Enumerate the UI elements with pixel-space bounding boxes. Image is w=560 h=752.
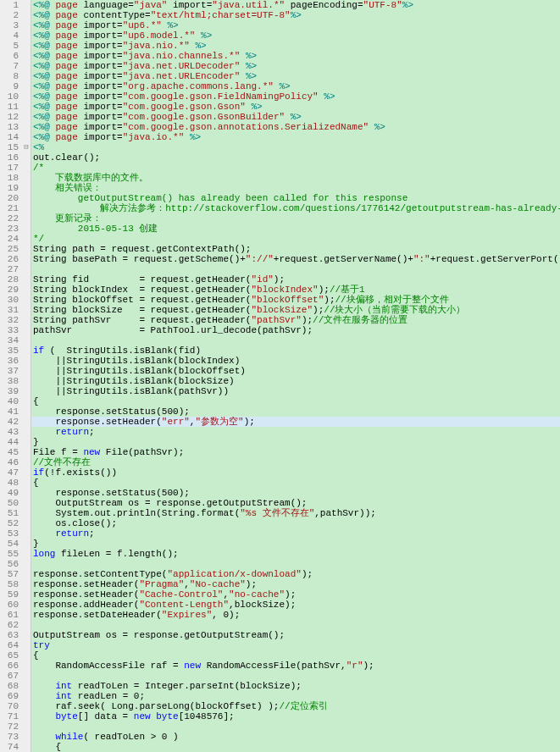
line-number: 49 xyxy=(0,488,19,498)
code-line[interactable]: int readToLen = Integer.parseInt(blockSi… xyxy=(31,681,560,691)
code-line[interactable]: byte[] data = new byte[1048576]; xyxy=(31,711,560,722)
code-line[interactable]: response.setDateHeader("Expires", 0); xyxy=(31,610,560,620)
code-area[interactable]: <%@ page language="java" import="java.ut… xyxy=(31,0,560,752)
code-line[interactable]: response.setStatus(500); xyxy=(31,406,560,417)
code-line[interactable]: String path = request.getContextPath(); xyxy=(31,244,560,254)
code-line[interactable]: int readLen = 0; xyxy=(31,691,560,701)
code-line[interactable]: */ xyxy=(31,234,560,244)
code-line[interactable]: { xyxy=(31,650,560,661)
fold-marker xyxy=(22,102,30,112)
line-number: 63 xyxy=(0,630,19,640)
code-line[interactable]: } xyxy=(31,437,560,447)
code-line[interactable]: <%@ page import="java.net.URLEncoder" %> xyxy=(31,71,560,81)
code-line[interactable]: <%@ page import="com.google.gson.Gson" %… xyxy=(31,102,560,112)
code-line[interactable]: String blockOffset = request.getHeader("… xyxy=(31,295,560,305)
code-line[interactable]: out.clear(); xyxy=(31,152,560,163)
line-number: 12 xyxy=(0,112,19,122)
code-line[interactable]: 更新记录： xyxy=(31,213,560,224)
code-line[interactable]: if ( StringUtils.isBlank(fid) xyxy=(31,346,560,356)
code-line[interactable]: 解决方法参考：http://stackoverflow.com/question… xyxy=(31,203,560,213)
line-number: 68 xyxy=(0,681,19,691)
code-line[interactable]: raf.seek( Long.parseLong(blockOffset) );… xyxy=(31,701,560,711)
code-line[interactable]: response.setHeader("Pragma","No-cache"); xyxy=(31,579,560,589)
code-line[interactable]: <%@ page language="java" import="java.ut… xyxy=(31,0,560,10)
code-line[interactable]: ||StringUtils.isBlank(blockIndex) xyxy=(31,356,560,366)
code-line[interactable]: String blockSize = request.getHeader("bl… xyxy=(31,305,560,315)
code-line[interactable]: File f = new File(pathSvr); xyxy=(31,447,560,457)
code-line[interactable]: 下载数据库中的文件。 xyxy=(31,173,560,183)
code-line[interactable]: try xyxy=(31,640,560,650)
code-line[interactable]: <%@ page import="java.io.*" %> xyxy=(31,132,560,142)
fold-marker xyxy=(22,722,30,732)
code-line[interactable] xyxy=(31,722,560,732)
code-line[interactable] xyxy=(31,335,560,346)
code-line[interactable] xyxy=(31,671,560,681)
fold-marker xyxy=(22,224,30,234)
fold-marker xyxy=(22,51,30,61)
code-line[interactable]: System.out.println(String.format("%s 文件不… xyxy=(31,508,560,518)
code-line[interactable]: return; xyxy=(31,528,560,539)
fold-marker xyxy=(22,589,30,600)
line-number: 36 xyxy=(0,356,19,366)
line-number-gutter: 1234567891011121314151617181920212223242… xyxy=(0,0,22,752)
code-line[interactable]: String basePath = request.getScheme()+":… xyxy=(31,254,560,264)
code-line[interactable]: os.close(); xyxy=(31,518,560,528)
code-line[interactable]: } xyxy=(31,539,560,549)
fold-marker xyxy=(22,244,30,254)
code-line[interactable]: /* xyxy=(31,163,560,173)
code-line[interactable]: OutputStream os = response.getOutputStre… xyxy=(31,630,560,640)
code-line[interactable]: OutputStream os = response.getOutputStre… xyxy=(31,498,560,508)
code-line[interactable]: ||StringUtils.isBlank(blockSize) xyxy=(31,376,560,386)
code-line[interactable]: <%@ page import="com.google.gson.annotat… xyxy=(31,122,560,132)
fold-marker xyxy=(22,610,30,620)
code-line[interactable] xyxy=(31,559,560,569)
code-line[interactable]: <%@ page import="org.apache.commons.lang… xyxy=(31,81,560,91)
code-line[interactable]: { xyxy=(31,396,560,406)
code-line[interactable] xyxy=(31,264,560,274)
code-line[interactable]: response.setHeader("err","参数为空"); xyxy=(31,417,560,427)
code-line[interactable]: <%@ page import="com.google.gson.FieldNa… xyxy=(31,91,560,102)
code-line[interactable]: 相关错误： xyxy=(31,183,560,193)
code-line[interactable]: response.addHeader("Content-Length",bloc… xyxy=(31,600,560,610)
code-line[interactable]: ||StringUtils.isBlank(pathSvr)) xyxy=(31,386,560,396)
line-number: 35 xyxy=(0,346,19,356)
code-line[interactable]: pathSvr = PathTool.url_decode(pathSvr); xyxy=(31,325,560,335)
code-line[interactable]: <%@ page import="java.nio.channels.*" %> xyxy=(31,51,560,61)
line-number: 32 xyxy=(0,315,19,325)
code-line[interactable]: RandomAccessFile raf = new RandomAccessF… xyxy=(31,661,560,671)
line-number: 11 xyxy=(0,102,19,112)
code-line[interactable]: String blockIndex = request.getHeader("b… xyxy=(31,285,560,295)
code-line[interactable]: { xyxy=(31,478,560,488)
code-line[interactable]: return; xyxy=(31,427,560,437)
code-line[interactable]: response.setHeader("Cache-Control","no-c… xyxy=(31,589,560,600)
code-line[interactable]: response.setContentType("application/x-d… xyxy=(31,569,560,579)
code-line[interactable]: getOutputStream() has already been calle… xyxy=(31,193,560,203)
code-line[interactable]: response.setStatus(500); xyxy=(31,488,560,498)
line-number: 65 xyxy=(0,650,19,661)
code-line[interactable]: String fid = request.getHeader("id"); xyxy=(31,274,560,285)
fold-marker xyxy=(22,600,30,610)
code-line[interactable]: 2015-05-13 创建 xyxy=(31,224,560,234)
code-line[interactable]: while( readToLen > 0 ) xyxy=(31,732,560,742)
code-line[interactable]: <%@ page import="com.google.gson.GsonBui… xyxy=(31,112,560,122)
code-line[interactable]: if(!f.exists()) xyxy=(31,467,560,478)
line-number: 58 xyxy=(0,579,19,589)
code-line[interactable]: long fileLen = f.length(); xyxy=(31,549,560,559)
fold-marker xyxy=(22,417,30,427)
fold-marker[interactable]: ⊟ xyxy=(22,142,30,152)
code-line[interactable]: ||StringUtils.isBlank(blockOffset) xyxy=(31,366,560,376)
code-line[interactable]: <% xyxy=(31,142,560,152)
code-line[interactable] xyxy=(31,620,560,630)
code-line[interactable]: <%@ page import="java.nio.*" %> xyxy=(31,41,560,51)
code-line[interactable]: //文件不存在 xyxy=(31,457,560,467)
code-line[interactable]: String pathSvr = request.getHeader("path… xyxy=(31,315,560,325)
line-number: 73 xyxy=(0,732,19,742)
code-line[interactable]: <%@ page contentType="text/html;charset=… xyxy=(31,10,560,20)
code-line[interactable]: { xyxy=(31,742,560,752)
code-line[interactable]: <%@ page import="up6.*" %> xyxy=(31,20,560,30)
fold-marker xyxy=(22,315,30,325)
line-number: 28 xyxy=(0,274,19,285)
code-line[interactable]: <%@ page import="java.net.URLDecoder" %> xyxy=(31,61,560,71)
code-line[interactable]: <%@ page import="up6.model.*" %> xyxy=(31,30,560,41)
fold-marker xyxy=(22,508,30,518)
